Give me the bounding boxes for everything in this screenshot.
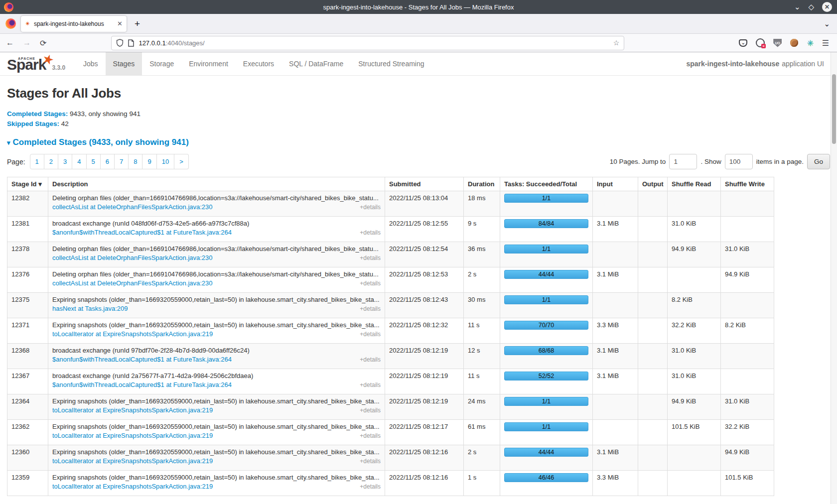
firefox-icon xyxy=(5,18,16,29)
page-button-3[interactable]: 3 xyxy=(58,154,72,169)
tasks-cell: 1/1 xyxy=(500,420,593,445)
stage-description-text: Expiring snapshots (older_than=166932055… xyxy=(52,321,381,329)
pages-info-text: 10 Pages. Jump to xyxy=(610,158,666,165)
minimize-button[interactable]: ⌄ xyxy=(794,2,801,12)
page-info-icon[interactable] xyxy=(128,39,134,47)
cookie-extension-icon[interactable] xyxy=(790,39,798,47)
close-button[interactable]: ✕ xyxy=(822,2,832,12)
stage-description-cell: broadcast exchange (runId 2a75677f-a771-… xyxy=(48,369,385,394)
details-toggle[interactable]: +details xyxy=(360,407,381,414)
list-tabs-chevron-icon[interactable]: ⌄ xyxy=(824,19,830,28)
submitted-cell: 2022/11/25 08:12:53 xyxy=(385,267,464,293)
page-button-7[interactable]: 7 xyxy=(115,154,129,169)
duration-cell: 12 s xyxy=(464,344,500,369)
stage-callsite-link[interactable]: toLocalIterator at ExpireSnapshotsSparkA… xyxy=(52,406,213,414)
details-toggle[interactable]: +details xyxy=(360,483,381,490)
details-toggle[interactable]: +details xyxy=(360,331,381,338)
shuffle-write-cell: 101.5 KiB xyxy=(721,471,774,496)
nav-item-sql-dataframe[interactable]: SQL / DataFrame xyxy=(281,52,351,75)
details-toggle[interactable]: +details xyxy=(360,432,381,439)
column-header-submitted[interactable]: Submitted xyxy=(385,177,464,191)
ublock-origin-icon[interactable]: UO xyxy=(773,39,782,47)
page-button-1[interactable]: 1 xyxy=(30,154,44,169)
stage-callsite-link[interactable]: toLocalIterator at ExpireSnapshotsSparkA… xyxy=(52,330,213,338)
details-toggle[interactable]: +details xyxy=(360,229,381,236)
go-button[interactable]: Go xyxy=(807,154,830,169)
pocket-icon[interactable]: ⌄ xyxy=(739,39,747,47)
details-toggle[interactable]: +details xyxy=(360,356,381,363)
reload-button[interactable]: ⟳ xyxy=(40,38,46,48)
column-header-tasks-succeeded-total[interactable]: Tasks: Succeeded/Total xyxy=(500,177,593,191)
nav-item-stages[interactable]: Stages xyxy=(106,52,142,75)
stage-description-cell: Expiring snapshots (older_than=166932055… xyxy=(48,318,385,344)
stage-callsite-link[interactable]: $anonfun$withThreadLocalCaptured$1 at Fu… xyxy=(52,356,232,363)
output-cell xyxy=(638,369,668,394)
forward-button[interactable]: → xyxy=(23,38,31,47)
tab-close-icon[interactable]: ✕ xyxy=(117,20,123,27)
nav-item-environment[interactable]: Environment xyxy=(181,52,236,75)
details-toggle[interactable]: +details xyxy=(360,254,381,261)
scrollbar-thumb[interactable] xyxy=(832,74,836,144)
page-button-9[interactable]: 9 xyxy=(142,154,156,169)
back-button[interactable]: ← xyxy=(6,38,14,47)
shuffle-write-cell xyxy=(721,344,774,369)
duration-cell: 30 ms xyxy=(464,293,500,318)
column-header-shuffle-read[interactable]: Shuffle Read xyxy=(668,177,721,191)
page-button-8[interactable]: 8 xyxy=(129,154,142,169)
details-toggle[interactable]: +details xyxy=(360,458,381,465)
stage-callsite-link[interactable]: hasNext at Tasks.java:209 xyxy=(52,305,128,312)
column-header-shuffle-write[interactable]: Shuffle Write xyxy=(721,177,774,191)
page-button-10[interactable]: 10 xyxy=(157,154,174,169)
new-tab-button[interactable]: + xyxy=(135,18,140,29)
jump-to-page-input[interactable] xyxy=(669,154,697,169)
maximize-button[interactable]: ◇ xyxy=(808,2,814,12)
page-button-next[interactable]: > xyxy=(174,154,189,169)
details-toggle[interactable]: +details xyxy=(360,280,381,287)
page-button-4[interactable]: 4 xyxy=(72,154,86,169)
input-cell xyxy=(593,394,638,420)
shield-icon[interactable] xyxy=(116,39,124,47)
stage-callsite-link[interactable]: collectAsList at DeleteOrphanFilesSparkA… xyxy=(52,279,213,287)
stage-callsite-link[interactable]: collectAsList at DeleteOrphanFilesSparkA… xyxy=(52,203,213,211)
nav-item-jobs[interactable]: Jobs xyxy=(76,52,106,75)
column-header-output[interactable]: Output xyxy=(638,177,668,191)
skipped-stages-label[interactable]: Skipped Stages: xyxy=(7,120,59,127)
stage-id-cell: 12378 xyxy=(7,242,48,267)
bookmark-star-icon[interactable]: ☆ xyxy=(613,39,620,47)
details-toggle[interactable]: +details xyxy=(360,204,381,211)
browser-tab[interactable]: ✴ spark-ingest-into-lakehous ✕ xyxy=(21,16,127,32)
page-button-5[interactable]: 5 xyxy=(87,154,101,169)
duration-cell: 1 s xyxy=(464,471,500,496)
column-header-input[interactable]: Input xyxy=(593,177,638,191)
stage-callsite-link[interactable]: $anonfun$withThreadLocalCaptured$1 at Fu… xyxy=(52,381,232,388)
nav-item-structured-streaming[interactable]: Structured Streaming xyxy=(351,52,431,75)
completed-stages-label[interactable]: Completed Stages: xyxy=(7,110,68,118)
page-button-6[interactable]: 6 xyxy=(101,154,115,169)
stage-callsite-link[interactable]: $anonfun$withThreadLocalCaptured$1 at Fu… xyxy=(52,229,232,236)
stage-callsite-link[interactable]: collectAsList at DeleteOrphanFilesSparkA… xyxy=(52,254,213,261)
page-button-2[interactable]: 2 xyxy=(44,154,58,169)
completed-stages-section-toggle[interactable]: ▾Completed Stages (9433, only showing 94… xyxy=(7,137,830,147)
details-toggle[interactable]: +details xyxy=(360,381,381,388)
hamburger-menu-icon[interactable]: ☰ xyxy=(822,38,829,48)
nav-item-executors[interactable]: Executors xyxy=(236,52,281,75)
details-toggle[interactable]: +details xyxy=(360,305,381,312)
url-bar[interactable]: 127.0.0.1:4040/stages/ ☆ xyxy=(111,36,624,50)
stage-callsite-link[interactable]: toLocalIterator at ExpireSnapshotsSparkA… xyxy=(52,457,213,465)
stage-callsite-link[interactable]: toLocalIterator at ExpireSnapshotsSparkA… xyxy=(52,432,213,439)
output-cell xyxy=(638,293,668,318)
column-header-description[interactable]: Description xyxy=(48,177,385,191)
account-profile-icon[interactable] xyxy=(756,38,765,47)
table-row: 12364Expiring snapshots (older_than=1669… xyxy=(7,394,774,420)
items-per-page-input[interactable] xyxy=(725,154,753,169)
spark-navbar: APACHE Spark ★ 3.3.0 JobsStagesStorageEn… xyxy=(0,52,837,76)
spark-logo[interactable]: APACHE Spark ★ 3.3.0 xyxy=(0,52,76,75)
extension-asterisk-icon[interactable]: ✳ xyxy=(807,38,813,48)
shuffle-write-cell xyxy=(721,191,774,217)
stage-description-text: Deleting orphan files (older_than=166910… xyxy=(52,194,381,202)
column-header-stage-id[interactable]: Stage Id ▾ xyxy=(7,177,48,191)
column-header-duration[interactable]: Duration xyxy=(464,177,500,191)
page-scrollbar[interactable] xyxy=(831,52,837,504)
nav-item-storage[interactable]: Storage xyxy=(142,52,181,75)
stage-callsite-link[interactable]: toLocalIterator at ExpireSnapshotsSparkA… xyxy=(52,483,213,490)
